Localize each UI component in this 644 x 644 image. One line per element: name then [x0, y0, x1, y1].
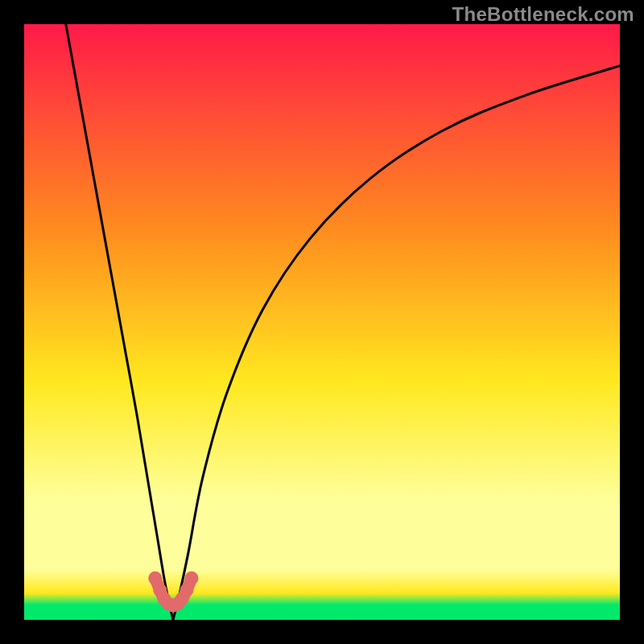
gradient-background	[24, 24, 620, 620]
outer-frame: TheBottleneck.com	[0, 0, 644, 644]
plot-area	[24, 24, 620, 620]
vertex-marker-dot	[184, 572, 198, 585]
watermark-text: TheBottleneck.com	[452, 3, 634, 26]
vertex-marker-dot	[148, 572, 162, 585]
vertex-marker-dot	[180, 584, 194, 597]
chart-svg	[24, 24, 620, 620]
